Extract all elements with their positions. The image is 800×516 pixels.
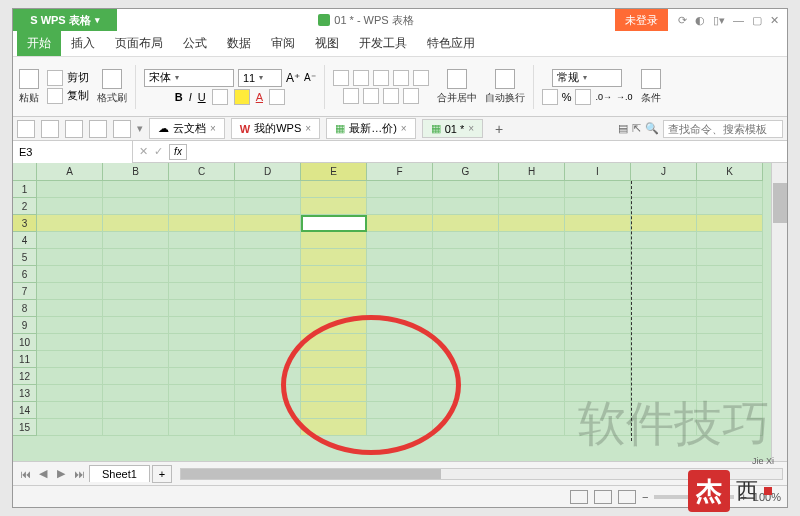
cell-J14[interactable]: [631, 402, 697, 419]
cell-B15[interactable]: [103, 419, 169, 436]
cell-H12[interactable]: [499, 368, 565, 385]
row-header-3[interactable]: 3: [13, 215, 37, 232]
cell-E3[interactable]: [301, 215, 367, 232]
minimize-button[interactable]: —: [733, 14, 744, 27]
cell-J4[interactable]: [631, 232, 697, 249]
cell-I6[interactable]: [565, 266, 631, 283]
zoom-out-button[interactable]: −: [642, 491, 648, 503]
row-header-9[interactable]: 9: [13, 317, 37, 334]
copy-button[interactable]: 复制: [67, 88, 89, 103]
col-header-A[interactable]: A: [37, 163, 103, 181]
comma-button[interactable]: [575, 89, 591, 105]
col-header-H[interactable]: H: [499, 163, 565, 181]
dec-inc-button[interactable]: .0→: [595, 92, 612, 102]
cell-F12[interactable]: [367, 368, 433, 385]
cell-K10[interactable]: [697, 334, 763, 351]
tabs-list-icon[interactable]: ▤: [618, 122, 628, 135]
cell-G6[interactable]: [433, 266, 499, 283]
cell-A14[interactable]: [37, 402, 103, 419]
font-size-select[interactable]: 11▾: [238, 69, 282, 87]
cell-H11[interactable]: [499, 351, 565, 368]
cell-G13[interactable]: [433, 385, 499, 402]
cell-J7[interactable]: [631, 283, 697, 300]
cell-E5[interactable]: [301, 249, 367, 266]
maximize-button[interactable]: ▢: [752, 14, 762, 27]
cell-C6[interactable]: [169, 266, 235, 283]
fill-color-button[interactable]: [234, 89, 250, 105]
cell-H4[interactable]: [499, 232, 565, 249]
cell-G4[interactable]: [433, 232, 499, 249]
add-sheet-button[interactable]: +: [152, 465, 172, 483]
cell-H6[interactable]: [499, 266, 565, 283]
align-left-button[interactable]: [343, 88, 359, 104]
cell-A4[interactable]: [37, 232, 103, 249]
cell-F4[interactable]: [367, 232, 433, 249]
command-search-input[interactable]: [663, 120, 783, 138]
cell-B10[interactable]: [103, 334, 169, 351]
row-header-4[interactable]: 4: [13, 232, 37, 249]
theme-icon[interactable]: ◐: [695, 14, 705, 27]
cell-A13[interactable]: [37, 385, 103, 402]
app-logo[interactable]: S WPS 表格 ▾: [13, 9, 117, 31]
cell-F11[interactable]: [367, 351, 433, 368]
col-header-B[interactable]: B: [103, 163, 169, 181]
cell-F8[interactable]: [367, 300, 433, 317]
cell-D14[interactable]: [235, 402, 301, 419]
wrap-text-button[interactable]: 自动换行: [485, 69, 525, 105]
cell-G1[interactable]: [433, 181, 499, 198]
orientation-button[interactable]: [403, 88, 419, 104]
cell-A15[interactable]: [37, 419, 103, 436]
tab-apps[interactable]: 特色应用: [417, 31, 485, 56]
cell-C5[interactable]: [169, 249, 235, 266]
cell-I15[interactable]: [565, 419, 631, 436]
pin-icon[interactable]: ⇱: [632, 122, 641, 135]
cell-D9[interactable]: [235, 317, 301, 334]
redo-button[interactable]: [113, 120, 131, 138]
view-page-button[interactable]: [594, 490, 612, 504]
cell-E11[interactable]: [301, 351, 367, 368]
cell-D2[interactable]: [235, 198, 301, 215]
close-icon[interactable]: ×: [210, 123, 216, 134]
close-icon[interactable]: ×: [401, 123, 407, 134]
cell-K13[interactable]: [697, 385, 763, 402]
cell-E4[interactable]: [301, 232, 367, 249]
increase-font-button[interactable]: A⁺: [286, 71, 300, 85]
cell-A6[interactable]: [37, 266, 103, 283]
tab-dev[interactable]: 开发工具: [349, 31, 417, 56]
cell-H2[interactable]: [499, 198, 565, 215]
cell-I10[interactable]: [565, 334, 631, 351]
align-right-button[interactable]: [383, 88, 399, 104]
cell-I2[interactable]: [565, 198, 631, 215]
cell-C11[interactable]: [169, 351, 235, 368]
cell-A5[interactable]: [37, 249, 103, 266]
col-header-C[interactable]: C: [169, 163, 235, 181]
doc-tab-mywps[interactable]: W我的WPS×: [231, 118, 320, 139]
cell-H5[interactable]: [499, 249, 565, 266]
cell-E12[interactable]: [301, 368, 367, 385]
cell-J11[interactable]: [631, 351, 697, 368]
cut-button[interactable]: 剪切: [67, 70, 89, 85]
cell-I13[interactable]: [565, 385, 631, 402]
currency-button[interactable]: [542, 89, 558, 105]
cell-C15[interactable]: [169, 419, 235, 436]
cell-B2[interactable]: [103, 198, 169, 215]
cell-G11[interactable]: [433, 351, 499, 368]
cell-F15[interactable]: [367, 419, 433, 436]
cell-E9[interactable]: [301, 317, 367, 334]
number-format-select[interactable]: 常规▾: [552, 69, 622, 87]
tab-review[interactable]: 审阅: [261, 31, 305, 56]
cell-D5[interactable]: [235, 249, 301, 266]
cell-H7[interactable]: [499, 283, 565, 300]
cell-J6[interactable]: [631, 266, 697, 283]
cell-B6[interactable]: [103, 266, 169, 283]
help-dropdown-icon[interactable]: ▯▾: [713, 14, 725, 27]
cell-K2[interactable]: [697, 198, 763, 215]
cell-A11[interactable]: [37, 351, 103, 368]
font-color-button[interactable]: A: [256, 91, 263, 103]
cell-F1[interactable]: [367, 181, 433, 198]
cell-A12[interactable]: [37, 368, 103, 385]
close-button[interactable]: ✕: [770, 14, 779, 27]
sheet-nav-next[interactable]: ▶: [53, 467, 69, 480]
cancel-formula-button[interactable]: ✕: [139, 145, 148, 158]
scrollbar-thumb[interactable]: [773, 183, 787, 223]
